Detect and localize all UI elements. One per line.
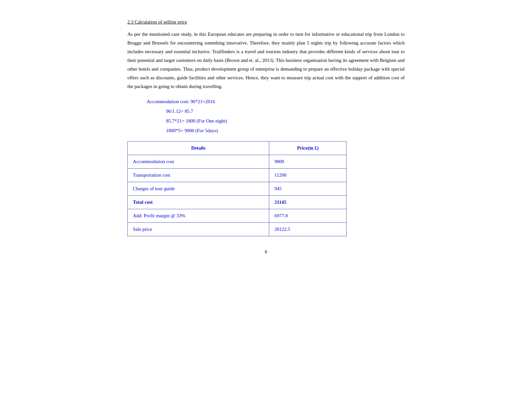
calc-line-1: Accommodation cost: 96*21=2016 bbox=[147, 97, 405, 106]
table-cell-price: 28122.5 bbox=[269, 223, 347, 236]
body-paragraph: As per the mentioned case study, in this… bbox=[127, 30, 405, 91]
table-cell-details: Charges of tour guide bbox=[128, 182, 269, 196]
table-cell-price: 21145 bbox=[269, 196, 347, 209]
table-cell-price: 6977.8 bbox=[269, 209, 347, 223]
calc-line-4: 1800*5= 9000 (For 5days) bbox=[166, 126, 405, 135]
calc-line-2: 96/1.12= 85.7 bbox=[166, 106, 405, 116]
table-row: Add: Profit margin @ 33%6977.8 bbox=[128, 209, 347, 223]
table-cell-price: 11200 bbox=[269, 169, 347, 182]
table-cell-details: Accommodation cost bbox=[128, 155, 269, 169]
price-table: Details Price(in £) Accommodation cost90… bbox=[127, 141, 347, 236]
table-cell-details: Sale price bbox=[128, 223, 269, 236]
calculations-block: Accommodation cost: 96*21=2016 96/1.12= … bbox=[147, 97, 405, 135]
table-row: Charges of tour guide945 bbox=[128, 182, 347, 196]
table-row: Transportation cost11200 bbox=[128, 169, 347, 182]
section-heading: 2.3 Calculation of selling price bbox=[127, 19, 405, 25]
table-row: Accommodation cost9000 bbox=[128, 155, 347, 169]
table-cell-details: Transportation cost bbox=[128, 169, 269, 182]
table-row: Sale price28122.5 bbox=[128, 223, 347, 236]
page-number: 6 bbox=[127, 249, 405, 255]
table-header-price: Price(in £) bbox=[269, 142, 347, 155]
calc-line-3: 85.7*21= 1800 (For One night) bbox=[166, 116, 405, 126]
table-cell-price: 945 bbox=[269, 182, 347, 196]
table-cell-details: Add: Profit margin @ 33% bbox=[128, 209, 269, 223]
table-cell-details: Total cost bbox=[128, 196, 269, 209]
table-cell-price: 9000 bbox=[269, 155, 347, 169]
table-row: Total cost21145 bbox=[128, 196, 347, 209]
table-header-details: Details bbox=[128, 142, 269, 155]
